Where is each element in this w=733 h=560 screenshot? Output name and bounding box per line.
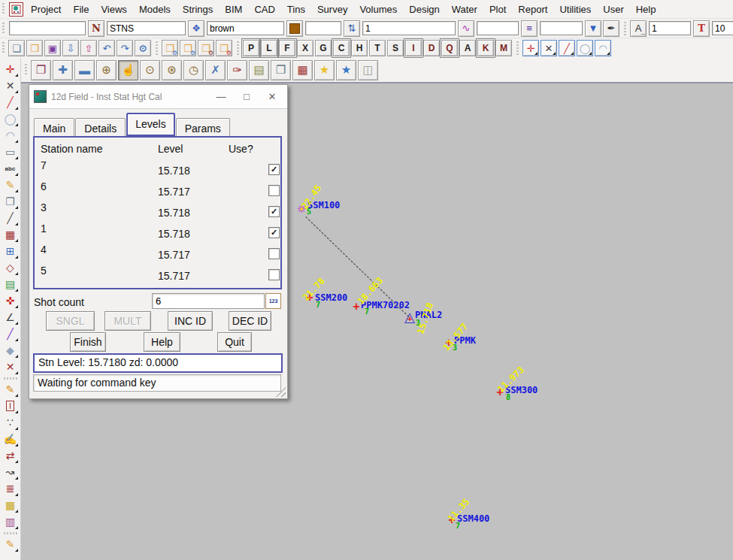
key-F-button[interactable]: F (279, 40, 295, 56)
textstyle-field[interactable] (649, 21, 691, 35)
z-value-field[interactable] (305, 21, 341, 35)
use-checkbox[interactable]: ✓ (268, 206, 280, 217)
menu-volumes[interactable]: Volumes (353, 2, 403, 17)
undo-button[interactable]: ↶ (98, 40, 115, 56)
key-H-button[interactable]: H (351, 40, 368, 56)
profile-button[interactable]: ∿ (458, 20, 474, 37)
point-code-ssm400[interactable]: 7 (456, 522, 460, 530)
point-code-ppmk70202[interactable]: 7 (365, 308, 369, 316)
pan-button[interactable]: ☝ (118, 60, 138, 80)
menu-models[interactable]: Models (133, 2, 177, 17)
cancel-redraw-button[interactable]: ✗ (205, 60, 226, 80)
lineweight-button[interactable]: ≡ (521, 20, 538, 37)
key-Q-button[interactable]: Q (441, 40, 458, 56)
raster-image-icon[interactable]: ▤ (2, 276, 19, 292)
colour-field[interactable] (207, 21, 284, 35)
folder-pause-button[interactable]: ❒⚙ (198, 40, 214, 56)
finish-button[interactable]: Finish (70, 332, 106, 352)
edit-note-icon[interactable]: ✍ (2, 431, 19, 447)
point-code-ssm200[interactable]: 7 (316, 301, 320, 309)
menu-design[interactable]: Design (403, 2, 445, 17)
toolbar-drag-handle[interactable] (24, 64, 28, 76)
plan-view-button[interactable]: ❐ (31, 60, 51, 80)
closed-shape-icon[interactable]: ◆ (2, 342, 19, 359)
copy-view-button[interactable]: ❐ (271, 60, 291, 80)
key-A-button[interactable]: A (459, 40, 476, 56)
z-ruler-button[interactable]: ⇅ (344, 20, 360, 37)
create-circle-button[interactable]: ◯ (577, 40, 593, 56)
new-project-button[interactable]: ❏ (8, 40, 25, 56)
dropdown-button[interactable]: ▼ (585, 20, 601, 37)
create-point-button[interactable]: ✛ (522, 40, 539, 56)
plot-dots-icon[interactable]: ▥ (2, 513, 19, 530)
create-rectangle-icon[interactable]: ▭ (2, 144, 19, 160)
freehand-icon[interactable]: ✎ (2, 381, 19, 398)
menu-file[interactable]: File (67, 2, 95, 17)
zoom-in-button[interactable]: ✚ (53, 60, 73, 80)
menu-strings[interactable]: Strings (177, 2, 219, 17)
text-style-box-icon[interactable]: I (2, 398, 19, 414)
create-arc-button[interactable]: ◠ (595, 40, 611, 56)
move-point-icon[interactable]: ✜ (2, 292, 19, 309)
key-X-button[interactable]: X (297, 40, 313, 56)
traverse-points-icon[interactable]: ∵ (2, 414, 19, 431)
hatch-icon[interactable]: ≣ (2, 480, 19, 497)
view-grid-button[interactable]: ▦ (292, 60, 313, 80)
previous-view-button[interactable]: ◷ (183, 60, 204, 80)
point-code-ssm300[interactable]: 8 (506, 394, 510, 401)
colour-swatch-button[interactable] (286, 20, 303, 37)
text-style-button[interactable]: T (693, 20, 710, 37)
point-name-ssm400[interactable]: SSM400 (457, 514, 489, 523)
curve-fit-icon[interactable]: ↝ (2, 464, 19, 480)
create-arc-icon[interactable]: ◠ (2, 127, 19, 144)
inc-id-button[interactable]: INC ID (168, 311, 213, 331)
key-T-button[interactable]: T (369, 40, 386, 56)
tab-details[interactable]: Details (75, 118, 126, 138)
shot-count-input[interactable] (152, 293, 265, 309)
textsize-field[interactable] (712, 21, 733, 35)
create-point-icon[interactable]: ✛ (2, 61, 19, 77)
import-button[interactable]: ⇩ (62, 40, 79, 56)
point-symbol-pnal2[interactable]: △+ (404, 310, 415, 324)
shrink-view-button[interactable]: ⊛ (162, 60, 182, 80)
close-button[interactable]: ✕ (262, 89, 283, 105)
menu-user[interactable]: User (597, 2, 629, 17)
menu-views[interactable]: Views (95, 2, 132, 17)
plot-button[interactable]: ▤ (249, 60, 269, 80)
settings-gear-button[interactable]: ⚙ (135, 40, 151, 56)
key-K-button[interactable]: K (477, 40, 494, 56)
angle-measure-icon[interactable]: ∠ (2, 309, 19, 325)
eyedropper-button[interactable]: ✒ (603, 20, 619, 37)
name-field[interactable] (9, 21, 86, 35)
use-checkbox[interactable]: ✓ (268, 164, 280, 175)
dec-id-button[interactable]: DEC ID (229, 311, 271, 331)
key-C-button[interactable]: C (333, 40, 350, 56)
create-line-icon[interactable]: ╱ (2, 94, 19, 110)
menu-utilities[interactable]: Utilities (553, 2, 597, 17)
toolbar-drag-handle[interactable] (2, 42, 5, 54)
plot-frame-icon[interactable]: ▦ (2, 497, 19, 513)
export-button[interactable]: ⇧ (80, 40, 97, 56)
use-checkbox[interactable] (268, 269, 280, 280)
toolbar-drag-handle[interactable] (2, 3, 5, 15)
paste-point-icon[interactable]: ❐ (2, 193, 19, 210)
new-window-icon[interactable]: ⊞ (2, 243, 19, 259)
text-spacing-button[interactable]: A↔ (630, 20, 647, 37)
intersection-icon[interactable]: ✕ (2, 77, 19, 94)
favourites-button[interactable]: ★ (314, 60, 335, 80)
toolbar-drag-handle[interactable] (2, 23, 5, 35)
use-checkbox[interactable] (268, 185, 280, 196)
menu-tins[interactable]: Tins (281, 2, 311, 17)
dialog-titlebar[interactable]: 12d Field - Inst Stat Hgt Cal — □ ✕ (29, 85, 287, 109)
zoom-button[interactable]: ⊙ (140, 60, 160, 80)
symbol-field[interactable] (540, 21, 583, 35)
measure-line-icon[interactable]: ╱ (2, 210, 19, 226)
open-project-button[interactable]: ❒ (26, 40, 43, 56)
name-box-button[interactable]: N (88, 20, 104, 37)
fit-view-button[interactable]: ⊕ (96, 60, 117, 80)
create-line-button[interactable]: ╱ (559, 40, 575, 56)
key-I-button[interactable]: I (405, 40, 422, 56)
edit-pencil-icon[interactable]: ✎ (2, 177, 19, 193)
numpad-button[interactable]: 123 (265, 293, 281, 309)
tab-params[interactable]: Params (176, 118, 230, 138)
